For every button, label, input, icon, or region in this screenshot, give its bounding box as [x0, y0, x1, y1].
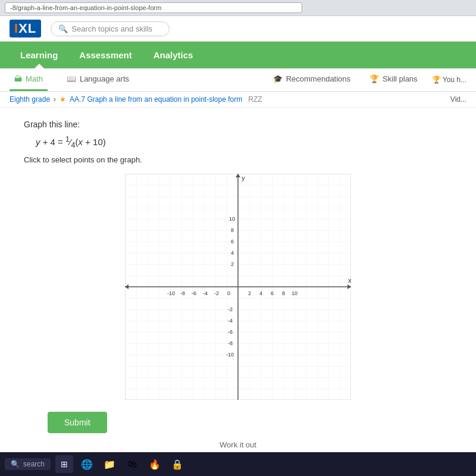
- taskbar-files-icon[interactable]: 📁: [101, 455, 118, 473]
- svg-text:0: 0: [227, 290, 230, 296]
- edge-icon: 🌐: [81, 459, 93, 470]
- svg-text:4: 4: [259, 290, 262, 296]
- main-nav: Learning Assessment Analytics: [0, 42, 476, 68]
- svg-text:-10: -10: [226, 352, 234, 358]
- breadcrumb-code: RZZ: [248, 95, 262, 104]
- app1-icon: 🔥: [149, 459, 161, 470]
- url-bar: -8/graph-a-line-from-an-equation-in-poin…: [5, 2, 302, 13]
- taskbar-windows-icon[interactable]: ⊞: [55, 455, 73, 473]
- taskbar-app1-icon[interactable]: 🔥: [146, 455, 164, 473]
- problem-instruction: Graph this line:: [24, 120, 452, 129]
- nav-assessment[interactable]: Assessment: [68, 42, 142, 68]
- svg-text:10: 10: [229, 216, 235, 222]
- breadcrumb-skill[interactable]: AA.7 Graph a line from an equation in po…: [70, 95, 242, 104]
- browser-bar: -8/graph-a-line-from-an-equation-in-poin…: [0, 0, 476, 16]
- subnav-recommendations[interactable]: 🎓 Recommendations: [268, 68, 355, 91]
- taskbar-edge-icon[interactable]: 🌐: [78, 455, 96, 473]
- nav-learning[interactable]: Learning: [10, 42, 68, 68]
- work-it-out-link[interactable]: Work it out: [24, 437, 452, 452]
- store-icon: 🛍: [127, 459, 137, 469]
- taskbar-search-icon: 🔍: [11, 460, 20, 468]
- search-icon: 🔍: [58, 24, 68, 33]
- breadcrumb-separator: ›: [54, 95, 56, 104]
- svg-text:-10: -10: [167, 290, 175, 296]
- ixl-logo[interactable]: IXL: [10, 20, 41, 37]
- svg-text:-8: -8: [180, 290, 185, 296]
- svg-text:-8: -8: [228, 340, 233, 346]
- problem-equation: y + 4 = 1⁄4(x + 10): [36, 135, 452, 149]
- subnav-math[interactable]: 🏔 Math: [10, 68, 48, 91]
- vid-label: Vid...: [450, 95, 466, 104]
- breadcrumb-star-icon: ★: [60, 95, 66, 104]
- svg-text:-6: -6: [192, 290, 196, 296]
- taskbar-search-label: search: [23, 460, 45, 468]
- svg-text:2: 2: [231, 261, 234, 267]
- svg-text:-2: -2: [214, 290, 219, 296]
- svg-text:8: 8: [282, 290, 285, 296]
- nav-analytics[interactable]: Analytics: [143, 42, 204, 68]
- language-arts-icon: 📖: [67, 74, 76, 83]
- svg-text:4: 4: [231, 250, 234, 256]
- svg-text:x: x: [348, 277, 351, 284]
- folder-icon: 📁: [104, 459, 115, 470]
- submit-button[interactable]: Submit: [48, 412, 107, 433]
- svg-text:8: 8: [231, 227, 234, 233]
- svg-text:-4: -4: [228, 318, 233, 324]
- site-header: IXL 🔍 Search topics and skills: [0, 16, 476, 42]
- sub-nav: 🏔 Math 📖 Language arts 🎓 Recommendations…: [0, 68, 476, 92]
- you-have-notice: 🏆 You h...: [432, 76, 466, 84]
- breadcrumb-grade[interactable]: Eighth grade: [10, 95, 50, 104]
- skill-plans-icon: 🏆: [369, 74, 379, 83]
- svg-text:y: y: [242, 174, 245, 181]
- taskbar-search[interactable]: 🔍 search: [5, 458, 51, 470]
- graph-container[interactable]: x y 0 2 4 6 8 10 -2 -4 -6 -8 -10 2 4 6 8: [125, 174, 351, 400]
- svg-text:6: 6: [231, 239, 234, 245]
- main-content: Graph this line: y + 4 = 1⁄4(x + 10) Cli…: [0, 108, 476, 452]
- svg-text:-4: -4: [203, 290, 208, 296]
- app2-icon: 🔒: [171, 459, 183, 470]
- taskbar: 🔍 search ⊞ 🌐 📁 🛍 🔥 🔒: [0, 452, 476, 476]
- click-instruction: Click to select points on the graph.: [24, 155, 452, 164]
- svg-text:-6: -6: [228, 329, 233, 335]
- coordinate-graph[interactable]: x y 0 2 4 6 8 10 -2 -4 -6 -8 -10 2 4 6 8: [125, 174, 351, 400]
- breadcrumb: Eighth grade › ★ AA.7 Graph a line from …: [0, 92, 476, 108]
- subnav-skill-plans[interactable]: 🏆 Skill plans: [365, 68, 422, 91]
- subnav-right: 🎓 Recommendations 🏆 Skill plans 🏆 You h.…: [268, 68, 466, 91]
- taskbar-app2-icon[interactable]: 🔒: [168, 455, 186, 473]
- taskbar-store-icon[interactable]: 🛍: [123, 455, 141, 473]
- svg-text:10: 10: [292, 290, 298, 296]
- search-bar[interactable]: 🔍 Search topics and skills: [51, 21, 170, 36]
- svg-text:2: 2: [248, 290, 251, 296]
- windows-icon: ⊞: [61, 459, 68, 469]
- svg-text:-2: -2: [228, 306, 233, 312]
- svg-text:6: 6: [271, 290, 274, 296]
- search-placeholder: Search topics and skills: [71, 24, 152, 33]
- recommendations-icon: 🎓: [273, 74, 283, 83]
- math-icon: 🏔: [14, 74, 22, 83]
- subnav-language-arts[interactable]: 📖 Language arts: [62, 68, 134, 91]
